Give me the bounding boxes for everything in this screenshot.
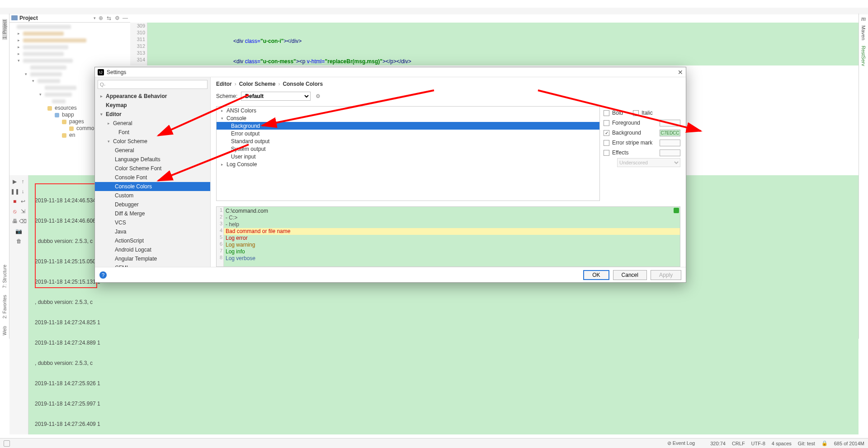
tree-common[interactable]: common bbox=[75, 125, 97, 132]
main-toolbar-strip bbox=[0, 8, 868, 14]
status-line-ending[interactable]: CRLF bbox=[732, 441, 745, 446]
print-icon[interactable]: 🖶 bbox=[11, 218, 19, 225]
toolwindow-rest[interactable]: RestServ bbox=[861, 46, 866, 66]
statusbar-toggle-icon[interactable] bbox=[4, 440, 10, 447]
wrap-icon[interactable]: ↩ bbox=[19, 198, 27, 205]
project-title: Project bbox=[19, 15, 92, 21]
gear-icon[interactable]: ⚙ bbox=[114, 15, 120, 21]
nav-cs-general: General bbox=[95, 146, 210, 155]
toolwindow-web[interactable]: Web bbox=[2, 325, 7, 336]
stop-icon[interactable]: ■ bbox=[11, 198, 19, 205]
settings-content: Editor› Color Scheme› Console Colors Sch… bbox=[211, 77, 686, 267]
up-icon[interactable]: ↑ bbox=[19, 178, 27, 185]
stripe-swatch[interactable] bbox=[660, 140, 680, 146]
toolwindow-project[interactable]: 1: Project bbox=[2, 19, 7, 40]
scheme-label: Scheme: bbox=[216, 93, 237, 99]
nav-console-colors: Console Colors bbox=[95, 182, 210, 191]
code-editor[interactable]: 309310311 312313314 <div class="u-con-i"… bbox=[130, 23, 859, 65]
chevron-down-icon[interactable]: ▾ bbox=[94, 16, 96, 20]
settings-search[interactable]: Q- bbox=[98, 80, 208, 89]
tree-en[interactable]: en bbox=[68, 132, 75, 139]
help-icon[interactable]: ? bbox=[99, 271, 107, 279]
tree-pages[interactable]: pages bbox=[68, 118, 84, 125]
toolwindow-maven[interactable]: Maven bbox=[861, 25, 866, 40]
project-toolwindow-header: Project ▾ ⊕ ⇆ ⚙ — bbox=[9, 14, 130, 23]
toolwindow-favorites[interactable]: 2: Favorites bbox=[2, 294, 7, 319]
down-icon[interactable]: ↓ bbox=[19, 188, 27, 195]
fg-swatch[interactable] bbox=[660, 120, 680, 126]
exit-icon[interactable]: ⦸ bbox=[11, 208, 19, 215]
effects-checkbox[interactable] bbox=[604, 150, 609, 156]
folder-icon bbox=[11, 15, 18, 20]
settings-tree[interactable]: ▸Appearance & Behavior Keymap ▾Editor ▸G… bbox=[95, 92, 210, 267]
effect-type-select[interactable]: Underscored bbox=[617, 158, 680, 167]
event-log-link[interactable]: ⊘ Event Log bbox=[667, 440, 695, 446]
settings-title-text: Settings bbox=[107, 69, 126, 75]
pause-icon[interactable]: ❚❚ bbox=[11, 188, 19, 195]
scheme-select[interactable]: Default bbox=[241, 92, 311, 101]
opt-background: Background bbox=[217, 122, 599, 130]
settings-nav: Q- ▸Appearance & Behavior Keymap ▾Editor… bbox=[95, 77, 211, 267]
checkmark-icon bbox=[674, 208, 679, 213]
trash-icon[interactable]: 🗑 bbox=[15, 238, 23, 245]
status-lock-icon[interactable]: 🔒 bbox=[821, 440, 828, 446]
editor-gutter: 309310311 312313314 bbox=[130, 23, 147, 65]
console-toolbar: ▶↑ ❚❚↓ ■↩ ⦸⇲ 🖶⌫ 📷 🗑 bbox=[9, 175, 28, 434]
tree-app[interactable]: bapp bbox=[61, 112, 74, 118]
hide-icon[interactable]: — bbox=[122, 15, 128, 21]
intellij-icon: IJ bbox=[98, 69, 104, 75]
clear-icon[interactable]: ⌫ bbox=[19, 218, 27, 225]
expand-icon[interactable]: ⇆ bbox=[106, 15, 112, 21]
fg-checkbox[interactable] bbox=[604, 120, 609, 126]
settings-titlebar: IJ Settings ✕ bbox=[95, 67, 686, 77]
status-indent[interactable]: 4 spaces bbox=[772, 441, 792, 446]
right-toolwindow-strip: m Maven RestServ bbox=[859, 14, 868, 339]
status-bar: ⊘ Event Log 320:74 CRLF UTF-8 4 spaces G… bbox=[0, 438, 868, 448]
settings-footer: ? OK Cancel Apply bbox=[95, 267, 686, 282]
stripe-checkbox[interactable] bbox=[604, 140, 609, 146]
tree-resources[interactable]: esources bbox=[54, 105, 77, 112]
camera-icon[interactable]: 📷 bbox=[15, 228, 23, 235]
scheme-gear-icon[interactable]: ⚙ bbox=[314, 93, 321, 100]
status-git[interactable]: Git: test bbox=[798, 441, 815, 446]
color-preview: 1234 5678 C:\command.com - C:> - help Ba… bbox=[216, 206, 680, 267]
apply-button[interactable]: Apply bbox=[651, 270, 681, 280]
cancel-button[interactable]: Cancel bbox=[613, 270, 647, 280]
color-options-tree[interactable]: ▸ANSI Colors ▾Console Background Error o… bbox=[216, 106, 600, 201]
status-memory[interactable]: 685 of 2014M bbox=[834, 441, 864, 446]
maven-icon[interactable]: m bbox=[861, 15, 866, 23]
scroll-icon[interactable]: ⇲ bbox=[19, 208, 27, 215]
status-position[interactable]: 320:74 bbox=[710, 441, 726, 446]
left-toolwindow-strip: 1: Project 7: Structure 2: Favorites Web bbox=[0, 14, 9, 339]
nav-color-scheme: ▾Color Scheme bbox=[95, 137, 210, 146]
settings-breadcrumb: Editor› Color Scheme› Console Colors bbox=[216, 81, 680, 87]
color-attributes-panel: Bold Italic Foreground BackgroundC7EDCC … bbox=[600, 106, 680, 201]
bg-checkbox[interactable] bbox=[604, 130, 609, 136]
bold-checkbox[interactable] bbox=[604, 110, 609, 116]
close-icon[interactable]: ✕ bbox=[678, 69, 683, 76]
ok-button[interactable]: OK bbox=[583, 270, 609, 280]
toolwindow-structure[interactable]: 7: Structure bbox=[2, 264, 7, 289]
locate-icon[interactable]: ⊕ bbox=[98, 15, 104, 21]
bg-swatch[interactable]: C7EDCC bbox=[660, 130, 680, 136]
rerun-icon[interactable]: ▶ bbox=[11, 178, 19, 185]
status-encoding[interactable]: UTF-8 bbox=[751, 441, 765, 446]
italic-checkbox[interactable] bbox=[633, 110, 639, 116]
settings-dialog: IJ Settings ✕ Q- ▸Appearance & Behavior … bbox=[94, 67, 686, 283]
effects-swatch[interactable] bbox=[660, 149, 680, 156]
